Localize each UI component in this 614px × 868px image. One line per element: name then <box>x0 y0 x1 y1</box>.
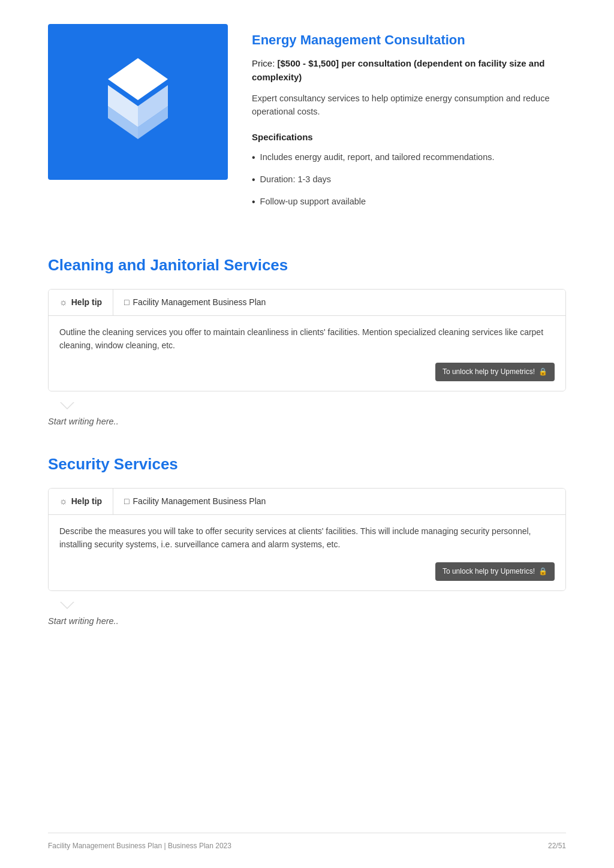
product-info: Energy Management Consultation Price: [$… <box>252 24 566 218</box>
lock-icon-2: 🔒 <box>538 566 547 577</box>
lock-icon: 🔒 <box>538 366 547 378</box>
security-help-tip-label: Help tip <box>71 495 102 508</box>
cleaning-unlock-btn[interactable]: To unlock help try Upmetrics! 🔒 <box>435 363 555 381</box>
cleaning-heading: Cleaning and Janitorial Services <box>48 254 566 277</box>
cleaning-callout-triangle <box>60 402 74 409</box>
footer-right: 22/51 <box>548 840 566 851</box>
lightbulb-icon: ☼ <box>59 296 68 309</box>
cleaning-help-tip-tab[interactable]: ☼ Help tip <box>49 290 113 315</box>
security-callout-triangle <box>60 602 74 609</box>
security-plan-tab[interactable]: □ Facility Management Business Plan <box>113 489 276 514</box>
price-value: [$500 - $1,500] per consultation (depend… <box>252 58 544 82</box>
security-tip-text: Describe the measures you will take to o… <box>59 526 531 549</box>
security-help-tip-header: ☼ Help tip □ Facility Management Busines… <box>49 489 565 515</box>
cleaning-help-tip-header: ☼ Help tip □ Facility Management Busines… <box>49 290 565 316</box>
security-section: Security Services ☼ Help tip □ Facility … <box>48 453 566 628</box>
page: Energy Management Consultation Price: [$… <box>0 0 614 868</box>
product-section: Energy Management Consultation Price: [$… <box>48 24 566 218</box>
security-unlock-btn-row: To unlock help try Upmetrics! 🔒 <box>59 557 555 581</box>
footer-left: Facility Management Business Plan | Busi… <box>48 840 231 851</box>
spec-list: Includes energy audit, report, and tailo… <box>252 151 566 209</box>
cleaning-help-tip-label: Help tip <box>71 296 102 309</box>
spec-item-2: Duration: 1-3 days <box>252 173 566 187</box>
spec-item-3: Follow-up support available <box>252 195 566 209</box>
product-price: Price: [$500 - $1,500] per consultation … <box>252 57 566 84</box>
security-help-tip-box: ☼ Help tip □ Facility Management Busines… <box>48 488 566 590</box>
document-icon: □ <box>124 296 129 309</box>
cleaning-tip-content: Outline the cleaning services you offer … <box>49 316 565 391</box>
cleaning-plan-tab[interactable]: □ Facility Management Business Plan <box>113 290 276 315</box>
product-title: Energy Management Consultation <box>252 30 566 50</box>
product-svg-icon <box>90 52 186 148</box>
cleaning-start-writing[interactable]: Start writing here.. <box>48 415 566 429</box>
document-icon-2: □ <box>124 495 129 508</box>
security-start-writing[interactable]: Start writing here.. <box>48 615 566 628</box>
cleaning-unlock-label: To unlock help try Upmetrics! <box>443 366 535 378</box>
security-tip-content: Describe the measures you will take to o… <box>49 515 565 590</box>
cleaning-section: Cleaning and Janitorial Services ☼ Help … <box>48 254 566 429</box>
product-image <box>48 24 228 180</box>
security-unlock-btn[interactable]: To unlock help try Upmetrics! 🔒 <box>435 562 555 581</box>
dropbox-icon <box>90 52 186 152</box>
cleaning-unlock-btn-row: To unlock help try Upmetrics! 🔒 <box>59 358 555 381</box>
price-label: Price: <box>252 58 275 68</box>
security-heading: Security Services <box>48 453 566 476</box>
product-description: Expert consultancy services to help opti… <box>252 92 566 119</box>
spec-item-1: Includes energy audit, report, and tailo… <box>252 151 566 165</box>
page-footer: Facility Management Business Plan | Busi… <box>48 833 566 851</box>
security-unlock-label: To unlock help try Upmetrics! <box>443 566 535 577</box>
cleaning-plan-label: Facility Management Business Plan <box>133 296 266 309</box>
lightbulb-icon-2: ☼ <box>59 495 68 508</box>
security-plan-label: Facility Management Business Plan <box>133 495 266 508</box>
specifications-heading: Specifications <box>252 131 566 144</box>
cleaning-help-tip-box: ☼ Help tip □ Facility Management Busines… <box>48 289 566 391</box>
cleaning-tip-text: Outline the cleaning services you offer … <box>59 327 543 350</box>
security-help-tip-tab[interactable]: ☼ Help tip <box>49 489 113 514</box>
